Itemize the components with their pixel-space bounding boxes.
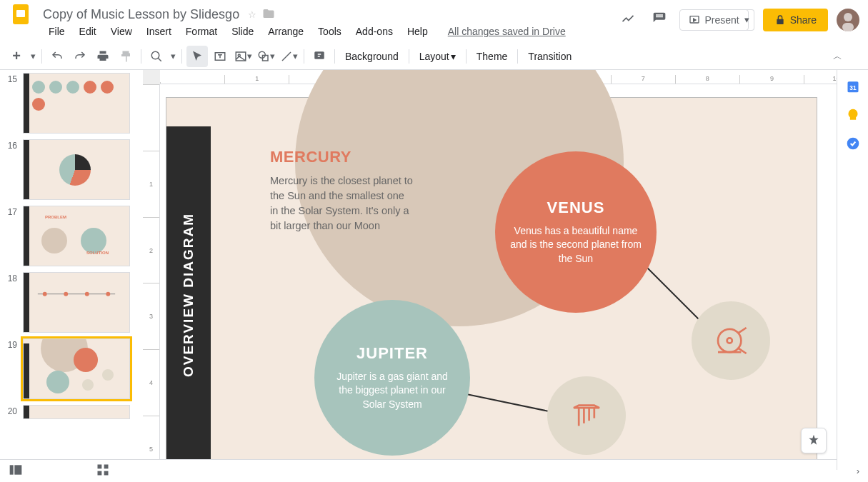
zoom-button[interactable] [146, 46, 167, 67]
menu-slide[interactable]: Slide [226, 24, 259, 39]
layout-label: Layout [419, 51, 449, 62]
venus-circle[interactable]: VENUS Venus has a beautiful name and is … [495, 151, 657, 313]
present-button[interactable]: Present [679, 9, 748, 31]
thumb-19[interactable] [23, 338, 130, 399]
select-tool[interactable] [186, 46, 208, 67]
shape-tool[interactable]: ▾ [255, 46, 276, 67]
venus-title: VENUS [547, 199, 605, 217]
thumb-num: 17 [6, 206, 17, 217]
svg-rect-38 [98, 471, 102, 476]
background-button[interactable]: Background [339, 48, 404, 65]
side-panel: 31 [837, 70, 868, 470]
present-dropdown[interactable]: ▾ [740, 9, 754, 31]
thumb-num: 15 [6, 73, 17, 84]
menu-file[interactable]: File [43, 24, 71, 39]
save-status[interactable]: All changes saved in Drive [448, 26, 566, 37]
venus-body: Venus has a beautiful name and is the se… [509, 224, 642, 266]
doc-title[interactable]: Copy of Music Lesson by Slidesgo [43, 7, 239, 22]
filmstrip-view-button[interactable] [9, 463, 23, 479]
theme-button[interactable]: Theme [471, 48, 514, 65]
svg-rect-34 [10, 465, 14, 474]
thumb-15[interactable] [23, 73, 130, 134]
grid-view-button[interactable] [96, 463, 110, 479]
svg-marker-3 [694, 19, 696, 21]
menu-insert[interactable]: Insert [141, 24, 177, 39]
svg-rect-37 [104, 465, 109, 469]
undo-button[interactable] [46, 46, 68, 67]
image-tool[interactable]: ▾ [232, 46, 254, 67]
tasks-icon[interactable] [845, 136, 861, 151]
jupiter-circle[interactable]: JUPITER Jupiter is a gas giant and the b… [314, 300, 470, 456]
svg-point-15 [64, 292, 68, 296]
menu-format[interactable]: Format [180, 24, 223, 39]
svg-point-16 [85, 292, 89, 296]
mercury-body: Mercury is the closest planet to the Sun… [270, 174, 413, 234]
svg-rect-35 [14, 465, 21, 474]
svg-line-5 [158, 58, 161, 61]
calendar-icon[interactable]: 31 [845, 79, 861, 94]
svg-rect-1 [16, 10, 25, 17]
avatar[interactable] [837, 9, 859, 31]
comment-button[interactable] [309, 46, 330, 67]
menu-addons[interactable]: Add-ons [350, 24, 399, 39]
small-circle-chimes[interactable] [547, 376, 626, 455]
menu-view[interactable]: View [105, 24, 138, 39]
menu-arrange[interactable]: Arrange [262, 24, 309, 39]
svg-rect-36 [98, 465, 102, 469]
mercury-text[interactable]: MERCURY Mercury is the closest planet to… [270, 148, 413, 234]
folder-icon[interactable] [262, 7, 275, 22]
star-icon[interactable]: ☆ [248, 9, 256, 20]
menu-help[interactable]: Help [401, 24, 434, 39]
thumb-18[interactable] [23, 272, 130, 333]
new-slide-dropdown[interactable]: ▾ [29, 46, 37, 67]
new-slide-button[interactable]: + [6, 46, 27, 67]
keep-icon[interactable] [845, 107, 861, 123]
menu-edit[interactable]: Edit [74, 24, 102, 39]
svg-point-14 [43, 292, 47, 296]
present-label: Present [704, 14, 739, 26]
canvas-area[interactable]: 12345678910 12345 OVERVIEW DIAGRAM MERCU… [143, 70, 868, 482]
svg-point-17 [106, 292, 110, 296]
svg-point-26 [718, 329, 741, 352]
jupiter-title: JUPITER [356, 344, 428, 363]
thumb-num: 20 [6, 405, 17, 416]
statusbar [0, 459, 837, 482]
small-circle-drum[interactable] [692, 301, 770, 380]
slide-sidebar-label: OVERVIEW DIAGRAM [181, 212, 196, 376]
svg-text:31: 31 [849, 84, 857, 91]
slides-logo-icon[interactable] [9, 1, 34, 27]
transition-button[interactable]: Transition [522, 48, 577, 65]
comments-icon[interactable] [648, 7, 671, 32]
thumb-num: 16 [6, 139, 17, 151]
zoom-dropdown[interactable]: ▾ [169, 46, 177, 67]
svg-rect-39 [104, 471, 109, 476]
svg-line-20 [467, 394, 552, 412]
filmstrip[interactable]: 15 16 17PROBLEMSOLUTION 18 19 20 [0, 70, 143, 482]
layout-button[interactable]: Layout▾ [414, 48, 462, 65]
svg-line-11 [282, 52, 291, 61]
svg-line-28 [739, 328, 747, 333]
jupiter-body: Jupiter is a gas giant and the biggest p… [329, 370, 456, 412]
explore-button[interactable] [801, 428, 827, 453]
paint-format-button[interactable] [115, 46, 136, 67]
redo-button[interactable] [69, 46, 91, 67]
print-button[interactable] [92, 46, 114, 67]
slide-canvas[interactable]: OVERVIEW DIAGRAM MERCURY Mercury is the … [166, 97, 817, 463]
svg-line-21 [645, 266, 699, 319]
thumb-16[interactable] [23, 139, 130, 200]
thumb-20[interactable] [23, 405, 130, 419]
expand-rail-button[interactable]: › [857, 466, 859, 476]
chimes-icon [567, 396, 606, 435]
line-tool[interactable]: ▾ [278, 46, 299, 67]
share-button[interactable]: Share [763, 9, 828, 31]
svg-point-27 [727, 338, 732, 343]
collapse-toolbar-button[interactable]: ︿ [827, 46, 848, 67]
ruler-vertical: 12345 [143, 84, 160, 482]
thumb-17[interactable]: PROBLEMSOLUTION [23, 206, 130, 266]
thumb-num: 19 [6, 338, 17, 350]
mercury-title: MERCURY [270, 148, 413, 166]
activity-icon[interactable] [617, 7, 639, 32]
textbox-tool[interactable] [209, 46, 231, 67]
svg-point-4 [151, 51, 159, 59]
menu-tools[interactable]: Tools [312, 24, 347, 39]
